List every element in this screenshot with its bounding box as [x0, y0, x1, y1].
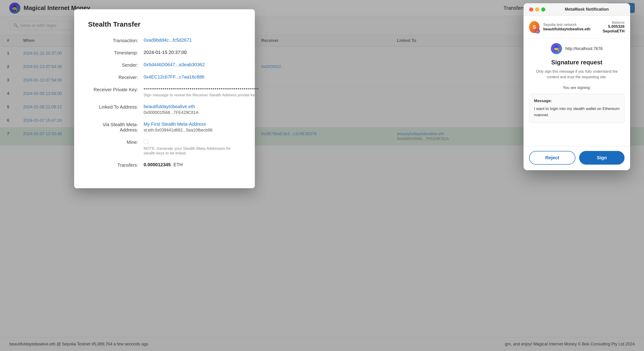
transaction-value: 0xad9bdd4c...fc5d2671 — [144, 37, 241, 43]
field-via: Via Stealth Meta-Address: My First Steal… — [88, 122, 241, 133]
reject-button[interactable]: Reject — [529, 151, 576, 165]
receiver-pk-value: ••••••••••••••••••••••••••••••••••••••••… — [144, 87, 259, 97]
metamask-panel: MetaMask Notification S 🦊 Sepolia test n… — [524, 3, 630, 170]
transfers-unit: ETH — [174, 162, 183, 167]
receiver-value: 0x4EC12cb7FF...c7aa16c886 — [144, 74, 241, 80]
field-receiver: Receiver: 0x4EC12cb7FF...c7aa16c886 — [88, 74, 241, 80]
via-value: My First Stealth Meta-Address st:eth:0x0… — [144, 122, 241, 133]
mm-header: S 🦊 Sepolia test network beautifuldaytob… — [524, 16, 630, 38]
mm-spacer — [524, 128, 630, 146]
transaction-link[interactable]: 0xad9bdd4c...fc5d2671 — [144, 37, 192, 43]
minimize-icon[interactable] — [535, 7, 539, 11]
maximize-icon[interactable] — [541, 7, 545, 11]
mm-network-badge: 🦊 — [535, 29, 540, 33]
mine-note: NOTE: Generate your Stealth Meta-Address… — [144, 146, 241, 156]
mm-signing-label: You are signing: — [524, 84, 630, 94]
modal-title: Stealth Transfer — [88, 20, 241, 28]
mm-site-url: http://localhost:7676 — [565, 46, 602, 51]
sender-value: 0x5d446D0647...a3eab30362 — [144, 62, 241, 67]
close-icon[interactable] — [529, 7, 533, 11]
sender-label: Sender: — [88, 62, 144, 68]
mm-site-avatar: 🧙 — [551, 43, 562, 54]
via-addr-text: st:eth:0x039441d882...5ea10fbecb96 — [144, 128, 241, 133]
timestamp-label: Timestamp: — [88, 50, 144, 55]
mm-titlebar: MetaMask Notification — [524, 3, 630, 16]
receiver-link[interactable]: 0x4EC12cb7FF...c7aa16c886 — [144, 74, 204, 79]
mm-traffic-lights — [529, 7, 545, 11]
mm-balance-label: Balance — [590, 20, 624, 24]
mine-label: Mine: — [88, 139, 144, 145]
mm-site-row: 🧙 http://localhost:7676 — [524, 38, 630, 57]
mm-message-box: Message: I want to login into my stealth… — [529, 94, 624, 123]
mm-title: MetaMask Notification — [549, 7, 624, 12]
field-transaction: Transaction: 0xad9bdd4c...fc5d2671 — [88, 37, 241, 43]
sender-link[interactable]: 0x5d446D0647...a3eab30362 — [144, 62, 205, 67]
field-receiver-pk: Receiver Private Key: ••••••••••••••••••… — [88, 87, 241, 97]
sign-button[interactable]: Sign — [579, 151, 624, 165]
field-timestamp: Timestamp: 2024-01-15 20:37:00 — [88, 50, 241, 55]
pk-dots: ••••••••••••••••••••••••••••••••••••••••… — [144, 87, 259, 91]
via-label: Via Stealth Meta-Address: — [88, 122, 144, 133]
linked-value: beautifuldaytobealive.eth 0x000001f568..… — [144, 104, 241, 115]
mm-balance-amount: 5.005326 SepoliaETH — [590, 24, 624, 33]
transfers-row: 0.000012345 ETH — [144, 162, 241, 167]
transfers-value: 0.000012345 ETH — [144, 162, 241, 167]
stealth-transfer-modal: Stealth Transfer Transaction: 0xad9bdd4c… — [74, 9, 255, 188]
mm-message-label: Message: — [534, 99, 620, 103]
mm-address: beautifuldaytobealive.eth — [543, 27, 590, 31]
receiver-pk-label: Receiver Private Key: — [88, 87, 144, 92]
mm-network-name: Sepolia test network — [543, 23, 590, 27]
mine-checkbox[interactable] — [144, 139, 148, 144]
field-transfers: Transfers: 0.000012345 ETH — [88, 162, 241, 168]
mm-sig-desc: Only sign this message if you fully unde… — [524, 69, 630, 84]
receiver-label: Receiver: — [88, 74, 144, 80]
mm-network-info: Sepolia test network beautifuldaytobeali… — [543, 23, 590, 31]
mm-network-icon: S 🦊 — [529, 21, 540, 33]
mm-sig-title: Signature request — [524, 57, 630, 69]
field-sender: Sender: 0x5d446D0647...a3eab30362 — [88, 62, 241, 68]
transfers-label: Transfers: — [88, 162, 144, 168]
pk-hint: Sign message to reveal the Receiver Stea… — [144, 93, 259, 97]
transaction-label: Transaction: — [88, 37, 144, 43]
field-linked: Linked To Address: beautifuldaytobealive… — [88, 104, 241, 115]
via-name-link[interactable]: My First Stealth Meta-Address — [144, 122, 206, 127]
linked-addr-text: 0x000001f568...7FE429C81A — [144, 110, 241, 115]
mm-message-text: I want to login into my stealth wallet o… — [534, 106, 620, 118]
mm-footer: Reject Sign — [524, 146, 630, 170]
field-mine: Mine: NOTE: Generate your Stealth Meta-A… — [88, 139, 241, 156]
linked-label: Linked To Address: — [88, 104, 144, 110]
timestamp-value: 2024-01-15 20:37:00 — [144, 50, 241, 55]
mm-balance-block: Balance 5.005326 SepoliaETH — [590, 20, 624, 33]
transfers-amount: 0.000012345 — [144, 162, 171, 167]
mine-value: NOTE: Generate your Stealth Meta-Address… — [144, 139, 241, 156]
linked-ens-link[interactable]: beautifuldaytobealive.eth — [144, 104, 195, 109]
